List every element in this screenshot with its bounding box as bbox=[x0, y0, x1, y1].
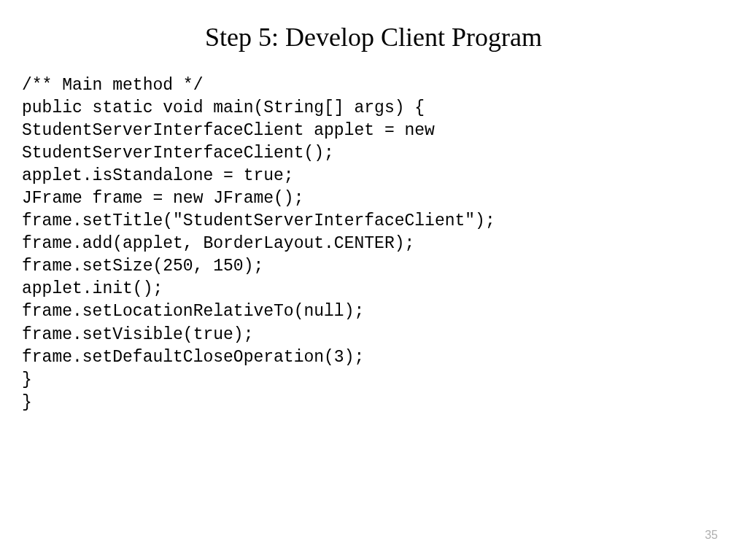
slide-container: Step 5: Develop Client Program /** Main … bbox=[0, 0, 747, 560]
slide-title: Step 5: Develop Client Program bbox=[29, 22, 718, 52]
page-number: 35 bbox=[705, 529, 718, 542]
code-snippet: /** Main method */ public static void ma… bbox=[22, 74, 718, 414]
